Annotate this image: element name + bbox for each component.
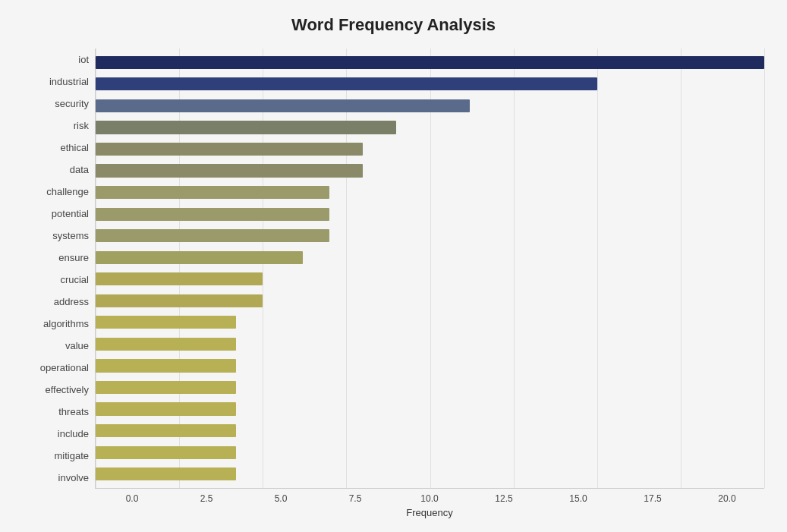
- chart-area: iotindustrialsecurityriskethicaldatachal…: [23, 49, 764, 489]
- y-axis: iotindustrialsecurityriskethicaldatachal…: [23, 49, 95, 489]
- bar: [96, 446, 236, 459]
- bar-row: [96, 333, 764, 355]
- bar: [96, 208, 329, 221]
- y-label: include: [23, 429, 89, 439]
- y-label: effectively: [23, 385, 89, 395]
- bars-wrapper: [96, 49, 764, 488]
- x-tick: 17.5: [615, 493, 690, 504]
- bar: [96, 294, 263, 307]
- x-axis: 0.02.55.07.510.012.515.017.520.0: [95, 489, 764, 504]
- x-tick: 7.5: [318, 493, 392, 504]
- y-label: value: [23, 341, 89, 351]
- bar: [96, 381, 236, 394]
- bar: [96, 338, 236, 351]
- y-label: mitigate: [23, 451, 89, 461]
- bar: [96, 402, 236, 415]
- bar-row: [96, 74, 764, 96]
- y-label: systems: [23, 231, 89, 241]
- x-tick: 20.0: [690, 493, 764, 504]
- bar: [96, 99, 470, 112]
- y-label: data: [23, 165, 89, 175]
- bar-row: [96, 225, 764, 247]
- grid-line: [764, 49, 765, 488]
- bar-row: [96, 420, 764, 442]
- y-label: potential: [23, 209, 89, 219]
- y-label: security: [23, 99, 89, 109]
- chart-title: Word Frequency Analysis: [23, 15, 764, 35]
- x-tick: 10.0: [392, 493, 467, 504]
- x-tick: 0.0: [95, 493, 169, 504]
- bar-row: [96, 138, 764, 160]
- bar-row: [96, 355, 764, 377]
- bar: [96, 121, 396, 134]
- y-label: ethical: [23, 143, 89, 153]
- bar: [96, 164, 363, 177]
- y-label: threats: [23, 407, 89, 417]
- bar: [96, 424, 236, 437]
- bar-row: [96, 52, 764, 74]
- bar-row: [96, 247, 764, 269]
- bar: [96, 316, 236, 329]
- bar: [96, 56, 764, 69]
- y-label: industrial: [23, 77, 89, 87]
- bar: [96, 251, 303, 264]
- bar: [96, 359, 236, 372]
- y-label: ensure: [23, 253, 89, 263]
- y-label: iot: [23, 55, 89, 65]
- bar: [96, 272, 263, 285]
- y-label: operational: [23, 363, 89, 373]
- bar-row: [96, 95, 764, 117]
- bar-row: [96, 442, 764, 464]
- bar-row: [96, 181, 764, 203]
- x-tick: 15.0: [541, 493, 615, 504]
- x-axis-label: Frequency: [95, 507, 764, 518]
- bar: [96, 186, 329, 199]
- plot-area: [95, 49, 764, 489]
- bar-row: [96, 290, 764, 312]
- bar-row: [96, 398, 764, 420]
- y-label: crucial: [23, 275, 89, 285]
- bar-row: [96, 203, 764, 225]
- bar: [96, 143, 363, 156]
- y-label: address: [23, 297, 89, 307]
- y-label: risk: [23, 121, 89, 131]
- bar-row: [96, 312, 764, 334]
- bar: [96, 467, 236, 480]
- y-label: involve: [23, 473, 89, 483]
- bar-row: [96, 463, 764, 485]
- x-tick: 12.5: [467, 493, 541, 504]
- chart-container: Word Frequency Analysis iotindustrialsec…: [0, 0, 787, 532]
- bar-row: [96, 376, 764, 398]
- y-label: algorithms: [23, 319, 89, 329]
- bar: [96, 77, 597, 90]
- bar: [96, 229, 329, 242]
- bar-row: [96, 117, 764, 139]
- bar-row: [96, 268, 764, 290]
- x-tick: 5.0: [244, 493, 318, 504]
- y-label: challenge: [23, 187, 89, 197]
- x-tick: 2.5: [169, 493, 244, 504]
- bar-row: [96, 160, 764, 182]
